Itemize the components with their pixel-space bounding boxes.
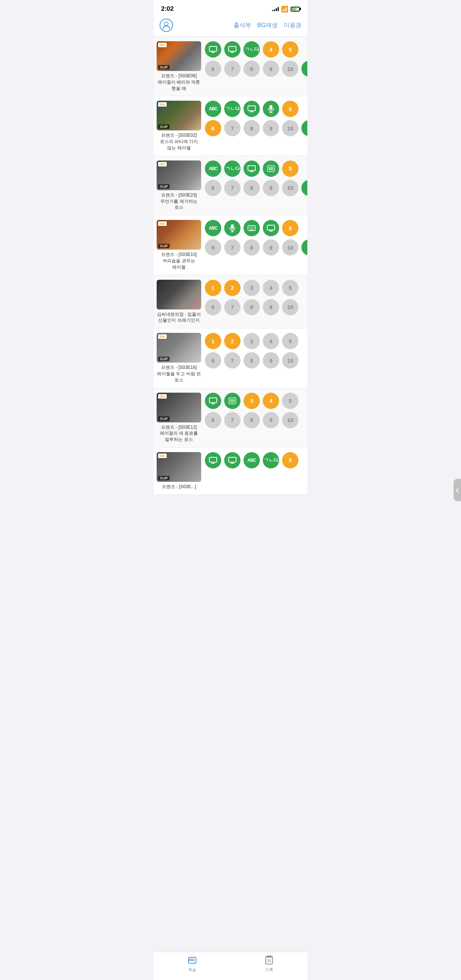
thumbnail-container[interactable]: 김씨네편의점 - 집들이 선물인지 쓰레기인지 [157, 280, 201, 324]
number-button[interactable]: 10 [282, 412, 298, 428]
screen-button[interactable] [263, 220, 279, 236]
number-button[interactable]: 8 [244, 120, 260, 136]
number-button[interactable]: 5 [282, 101, 298, 117]
number-button[interactable]: 5 [282, 220, 298, 236]
number-button[interactable]: 6 [205, 412, 221, 428]
screen-button[interactable] [205, 41, 221, 57]
number-button[interactable]: 7 [224, 239, 241, 256]
number-button[interactable]: 10 [282, 180, 298, 196]
number-button[interactable]: 9 [263, 412, 279, 428]
number-button[interactable]: 8 [244, 60, 260, 77]
abc-button[interactable]: ABC [205, 101, 221, 117]
number-button[interactable]: 6 [205, 299, 221, 315]
nav-terms[interactable]: 이용권 [284, 22, 301, 29]
thumbnail-container[interactable]: tbsCLIP프렌즈 - [S03E16] 레이첼을 두고 바람 핀 로스 [157, 333, 201, 383]
plus-button[interactable]: +5 [301, 239, 307, 256]
number-button[interactable]: 5 [282, 161, 298, 177]
number-button[interactable]: 9 [263, 299, 279, 315]
thumbnail-container[interactable]: tbsCLIP프렌즈 - [S03E12] 레이철의 새 동료를 질투하는 로스 [157, 393, 201, 443]
number-button[interactable]: 6 [205, 352, 221, 369]
number-button[interactable]: 4 [263, 333, 279, 349]
number-button[interactable]: 2 [224, 333, 241, 349]
number-button[interactable]: 6 [205, 180, 221, 196]
number-button[interactable]: 3 [244, 280, 260, 296]
screen-button[interactable] [224, 41, 241, 57]
nav-attendance[interactable]: 출석부 [233, 22, 251, 29]
number-button[interactable]: 3 [244, 333, 260, 349]
mic-button[interactable] [224, 220, 241, 236]
thumbnail: tbsCLIP [157, 161, 201, 190]
screen-button[interactable] [205, 393, 221, 409]
number-button[interactable]: 7 [224, 299, 241, 315]
number-button[interactable]: 5 [282, 333, 298, 349]
number-button[interactable]: 10 [282, 60, 298, 77]
nav-bg-play[interactable]: BG재생 [257, 22, 278, 29]
mic-button[interactable] [263, 101, 279, 117]
thumbnail-container[interactable]: tbsCLIP프렌즈 - [S03E06] 레이철이 베리와 약혼 했을 때 [157, 41, 201, 91]
thumbnail: tbsCLIP [157, 393, 201, 422]
number-button[interactable]: 9 [263, 180, 279, 196]
number-button[interactable]: 7 [224, 120, 241, 136]
thumbnail-container[interactable]: tbsCLIP프렌즈 - [S03E...] [157, 452, 201, 490]
number-button[interactable]: 1 [205, 333, 221, 349]
plus-button[interactable]: +3 [301, 120, 307, 136]
number-button[interactable]: 5 [282, 41, 298, 57]
number-button[interactable]: 9 [263, 239, 279, 256]
network-badge: tbs [158, 453, 167, 458]
number-button[interactable]: 2 [224, 280, 241, 296]
clip-badge: CLIP [158, 184, 170, 189]
thumbnail-container[interactable]: tbsCLIP프렌즈 - [S03E02] 로스의 파티에 가지 않는 레이첼 [157, 101, 201, 151]
number-button[interactable]: 7 [224, 180, 241, 196]
number-button[interactable]: 9 [263, 60, 279, 77]
clip-badge: CLIP [158, 244, 170, 248]
screen-button[interactable] [205, 452, 221, 468]
number-button[interactable]: 7 [224, 60, 241, 77]
number-button[interactable]: 10 [282, 352, 298, 369]
svg-rect-26 [209, 398, 217, 403]
number-button[interactable]: 7 [224, 352, 241, 369]
screen-button[interactable] [244, 101, 260, 117]
lines-button[interactable] [224, 393, 241, 409]
number-button[interactable]: 4 [263, 41, 279, 57]
number-button[interactable]: 5 [282, 452, 298, 468]
number-button[interactable]: 9 [263, 120, 279, 136]
number-button[interactable]: 6 [205, 239, 221, 256]
number-button[interactable]: 8 [244, 239, 260, 256]
action-row-1: ABCㄱㄴ다5 [205, 452, 304, 468]
number-button[interactable]: 6 [205, 60, 221, 77]
number-button[interactable]: 8 [244, 299, 260, 315]
number-button[interactable]: 6 [205, 120, 221, 136]
number-button[interactable]: 4 [263, 280, 279, 296]
korean-button[interactable]: ㄱㄴ다 [224, 101, 241, 117]
number-button[interactable]: 10 [282, 299, 298, 315]
number-button[interactable]: 5 [282, 393, 298, 409]
number-button[interactable]: 8 [244, 412, 260, 428]
number-button[interactable]: 10 [282, 239, 298, 256]
number-button[interactable]: 7 [224, 412, 241, 428]
number-button[interactable]: 9 [263, 352, 279, 369]
thumbnail-container[interactable]: tbsCLIP프렌즈 - [S03E10] 커피숍을 관두는 레이첼 [157, 220, 201, 270]
number-button[interactable]: 5 [282, 280, 298, 296]
svg-rect-4 [269, 105, 272, 110]
korean-button[interactable]: ㄱㄴ다 [263, 452, 279, 468]
number-button[interactable]: 8 [244, 180, 260, 196]
number-button[interactable]: 8 [244, 352, 260, 369]
thumbnail-container[interactable]: tbsCLIP프렌즈 - [S03E23] 무언가를 제거하는 로스 [157, 161, 201, 211]
number-button[interactable]: 4 [263, 393, 279, 409]
keyboard-button[interactable] [244, 220, 260, 236]
korean-button[interactable]: ㄱㄴ다 [244, 41, 260, 57]
clip-badge: CLIP [158, 417, 170, 421]
number-button[interactable]: 10 [282, 120, 298, 136]
avatar-icon[interactable] [160, 19, 173, 32]
plus-button[interactable]: +2 [301, 60, 307, 77]
plus-button[interactable]: +4 [301, 180, 307, 196]
lines-button[interactable] [263, 161, 279, 177]
abc-button[interactable]: ABC [244, 452, 260, 468]
screen-button[interactable] [224, 452, 241, 468]
korean-button[interactable]: ㄱㄴ다 [224, 161, 241, 177]
abc-button[interactable]: ABC [205, 161, 221, 177]
number-button[interactable]: 3 [244, 393, 260, 409]
abc-button[interactable]: ABC [205, 220, 221, 236]
number-button[interactable]: 1 [205, 280, 221, 296]
screen-button[interactable] [244, 161, 260, 177]
